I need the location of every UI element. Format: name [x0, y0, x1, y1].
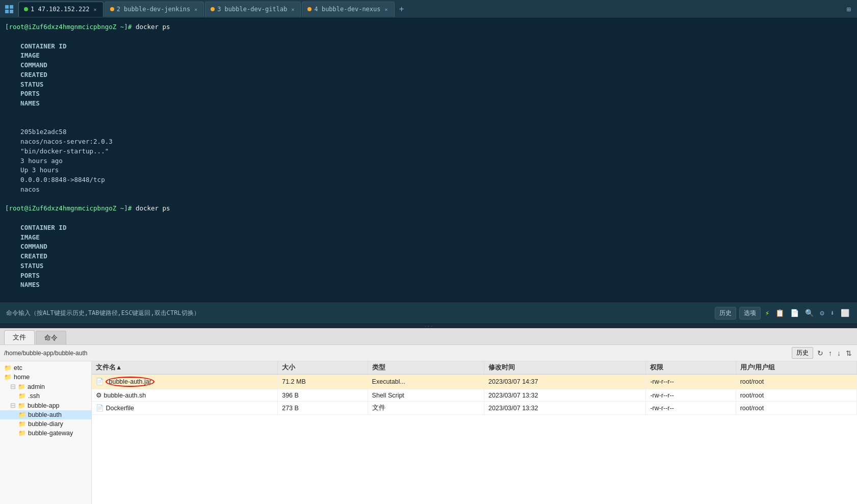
- folder-icon: 📁: [4, 364, 12, 372]
- sidebar-item-bubble-diary[interactable]: 📁 bubble-diary: [0, 419, 91, 429]
- tab-dot-2: [110, 7, 114, 11]
- tab-dot-1: [24, 7, 28, 11]
- sidebar-label-bubble-diary: bubble-diary: [28, 420, 63, 428]
- fullscreen-icon[interactable]: ⬜: [839, 309, 851, 317]
- fm-upload-icon[interactable]: ↑: [827, 349, 833, 357]
- col-status: STATUS: [20, 80, 82, 90]
- svg-rect-0: [5, 5, 9, 9]
- sidebar-item-ssh[interactable]: 📁 .ssh: [0, 391, 91, 401]
- table-row[interactable]: ⚙ bubble-auth.sh 396 B Shell Script 2023…: [92, 389, 857, 402]
- download-icon[interactable]: ⬇: [829, 309, 836, 317]
- sidebar-item-bubble-auth[interactable]: 📁 bubble-auth: [0, 410, 91, 419]
- file-size-cell: 273 B: [278, 402, 368, 415]
- file-type-cell: Shell Script: [368, 389, 484, 402]
- file-manager: 文件 命令 /home/bubble-app/bubble-auth 历史 ↻ …: [0, 328, 857, 504]
- terminal-area: [root@iZuf6dxz4hmgnmcicpbngoZ ~]# docker…: [0, 18, 857, 302]
- terminal-line: [root@iZuf6dxz4hmgnmcicpbngoZ ~]# docker…: [5, 22, 852, 32]
- tab-4[interactable]: 4 bubble-dev-nexus ✕: [302, 2, 394, 17]
- col-header-perms[interactable]: 权限: [646, 361, 736, 375]
- resize-divider[interactable]: ···: [0, 324, 857, 328]
- sidebar-label-bubble-app: bubble-app: [28, 402, 60, 409]
- paste-icon[interactable]: 📄: [789, 309, 800, 317]
- tab-2[interactable]: 2 bubble-dev-jenkins ✕: [105, 2, 204, 17]
- table-row[interactable]: 📄 bubble-auth.jar 71.2 MB Executabl... 2…: [92, 375, 857, 389]
- search-icon[interactable]: 🔍: [803, 309, 815, 317]
- file-owner-cell: root/root: [736, 389, 856, 402]
- file-size-cell: 396 B: [278, 389, 368, 402]
- fm-history-button[interactable]: 历史: [792, 347, 813, 359]
- file-perms-cell: -rw-r--r--: [646, 375, 736, 389]
- tab-3-close[interactable]: ✕: [290, 7, 295, 12]
- tab-1-close[interactable]: ✕: [93, 7, 98, 12]
- bubble-auth-jar-label: bubble-auth.jar: [106, 378, 154, 385]
- add-tab-button[interactable]: +: [396, 3, 408, 15]
- command-input-label: 命令输入（按ALT键提示历史,TAB键路径,ESC键返回,双击CTRL切换）: [6, 309, 715, 317]
- circle-highlight: bubble-auth.jar: [106, 377, 154, 387]
- folder-icon: 📁: [18, 420, 26, 428]
- terminal-header-2: CONTAINER ID IMAGE COMMAND CREATED STATU…: [5, 214, 852, 300]
- settings-icon[interactable]: ⚙: [818, 309, 825, 317]
- svg-rect-2: [5, 10, 9, 13]
- tab-dot-4: [307, 7, 311, 11]
- sidebar-item-bubble-gateway[interactable]: 📁 bubble-gateway: [0, 429, 91, 438]
- fm-download-icon[interactable]: ↓: [836, 349, 842, 357]
- file-icon: ⚙: [96, 392, 102, 399]
- tab-2-label: 2 bubble-dev-jenkins: [117, 6, 191, 13]
- fm-sync-icon[interactable]: ⇅: [845, 349, 853, 357]
- col-header-modified[interactable]: 修改时间: [484, 361, 646, 375]
- col-header-size[interactable]: 大小: [278, 361, 368, 375]
- fm-file-list: 文件名▲ 大小 类型 修改时间 权限 用户/用户组 📄 bubble-auth.…: [92, 361, 857, 504]
- fm-refresh-icon[interactable]: ↻: [816, 349, 824, 357]
- sidebar-item-etc[interactable]: 📁 etc: [0, 363, 91, 373]
- fm-tab-cmd[interactable]: 命令: [36, 331, 66, 344]
- file-modified-cell: 2023/03/07 14:37: [484, 375, 646, 389]
- file-name-cell: ⚙ bubble-auth.sh: [92, 389, 278, 402]
- file-type-cell: 文件: [368, 402, 484, 415]
- fm-tab-file[interactable]: 文件: [4, 330, 35, 344]
- fm-sidebar: 📁 etc 📁 home ⊟ 📁 admin 📁 .ssh ⊟ 📁 bubble…: [0, 361, 92, 504]
- tab-4-close[interactable]: ✕: [384, 7, 389, 12]
- history-button[interactable]: 历史: [715, 307, 736, 320]
- tab-1[interactable]: 1 47.102.152.222 ✕: [18, 2, 103, 17]
- lightning-icon[interactable]: ⚡: [764, 309, 771, 317]
- file-perms-cell: -rw-r--r--: [646, 402, 736, 415]
- fm-toolbar: /home/bubble-app/bubble-auth 历史 ↻ ↑ ↓ ⇅: [0, 345, 857, 361]
- col-header-type[interactable]: 类型: [368, 361, 484, 375]
- terminal-row-1-1: 205b1e2adc58 nacos/nacos-server:2.0.3 "b…: [5, 118, 852, 204]
- sidebar-label-ssh: .ssh: [28, 392, 40, 400]
- sidebar-label-admin: admin: [28, 383, 45, 390]
- logo-icon[interactable]: [2, 2, 16, 16]
- folder-icon: 📁: [4, 374, 12, 381]
- terminal-row-2-1: 7f26b7d26ae5 bubble-gateway "java -jar '…: [5, 300, 852, 302]
- tab-4-label: 4 bubble-dev-nexus: [314, 6, 380, 13]
- col-header-owner[interactable]: 用户/用户组: [736, 361, 856, 375]
- folder-icon: 📁: [18, 402, 25, 409]
- copy-icon[interactable]: 📋: [774, 309, 786, 317]
- table-row[interactable]: 📄 Dockerfile 273 B 文件 2023/03/07 13:32 -…: [92, 402, 857, 415]
- fm-body: 📁 etc 📁 home ⊟ 📁 admin 📁 .ssh ⊟ 📁 bubble…: [0, 361, 857, 504]
- tab-2-close[interactable]: ✕: [193, 7, 198, 12]
- terminal-action-buttons: 历史 选项 ⚡ 📋 📄 🔍 ⚙ ⬇ ⬜: [715, 307, 851, 320]
- sidebar-item-home[interactable]: 📁 home: [0, 373, 91, 382]
- sidebar-item-bubble-app[interactable]: ⊟ 📁 bubble-app: [0, 401, 91, 410]
- svg-rect-1: [10, 5, 13, 9]
- tab-3[interactable]: 3 bubble-dev-gitlab ✕: [205, 2, 301, 17]
- sidebar-item-admin[interactable]: ⊟ 📁 admin: [0, 382, 91, 391]
- file-modified-cell: 2023/03/07 13:32: [484, 389, 646, 402]
- col-header-name[interactable]: 文件名▲: [92, 361, 278, 375]
- folder-icon: 📁: [18, 392, 26, 400]
- terminal-header-1: CONTAINER ID IMAGE COMMAND CREATED STATU…: [5, 32, 852, 118]
- select-button[interactable]: 选项: [739, 307, 761, 320]
- terminal-input-bar: 命令输入（按ALT键提示历史,TAB键路径,ESC键返回,双击CTRL切换） 历…: [0, 302, 857, 324]
- fm-current-path: /home/bubble-app/bubble-auth: [4, 350, 789, 357]
- col-image: IMAGE: [20, 51, 102, 61]
- file-icon: 📄: [96, 405, 104, 412]
- col-cid: CONTAINER ID: [20, 42, 87, 51]
- file-name-cell: 📄 bubble-auth.jar: [92, 375, 278, 389]
- folder-icon: 📁: [18, 430, 26, 437]
- input-placeholder: 命令输入（按ALT键提示历史,TAB键路径,ESC键返回,双击CTRL切换）: [6, 309, 200, 316]
- expand-icon: ⊟: [10, 402, 16, 409]
- tab-grid-icon[interactable]: ⊞: [843, 5, 855, 13]
- file-modified-cell: 2023/03/07 13:32: [484, 402, 646, 415]
- sidebar-label-bubble-gateway: bubble-gateway: [28, 430, 73, 437]
